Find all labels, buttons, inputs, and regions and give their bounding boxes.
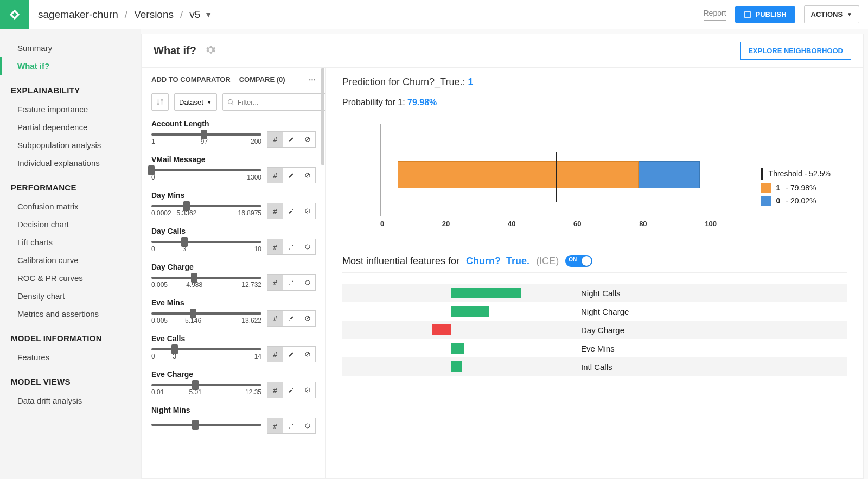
pencil-icon (288, 351, 295, 357)
edit-button[interactable] (283, 418, 299, 434)
feature-panel: ADD TO COMPARATOR COMPARE (0) ⋯ Dataset (142, 68, 326, 478)
edit-button[interactable] (283, 167, 299, 183)
sidebar-item-partial-dependence[interactable]: Partial dependence (0, 118, 141, 136)
reset-button[interactable] (299, 346, 316, 362)
null-icon (304, 315, 311, 322)
slider-min: 1 (151, 138, 155, 145)
numeric-mode-button[interactable]: # (267, 131, 283, 148)
sidebar-section-model-info: MODEL INFORMATION (0, 323, 141, 348)
sidebar-item-confusion[interactable]: Confusion matrix (0, 197, 141, 215)
sidebar-item-roc[interactable]: ROC & PR curves (0, 269, 141, 287)
breadcrumb-root[interactable]: sagemaker-churn (38, 9, 118, 21)
slider-min: 0 (151, 353, 155, 360)
sidebar-item-summary[interactable]: Summary (0, 39, 141, 57)
edit-button[interactable] (283, 239, 299, 255)
numeric-mode-button[interactable]: # (267, 167, 283, 183)
compare-button[interactable]: COMPARE (0) (239, 75, 285, 84)
chart-legend: Threshold - 52.5% 11 - 79.98% - 79.98% 0… (761, 168, 831, 209)
sort-icon (156, 98, 164, 106)
reset-button[interactable] (299, 203, 316, 219)
actions-button[interactable]: ACTIONS ▼ (804, 5, 859, 23)
feature-slider[interactable]: 0.005 5.146 13.622 (151, 312, 261, 324)
numeric-mode-button[interactable]: # (267, 382, 283, 398)
pencil-icon (288, 315, 295, 322)
filter-input-wrap[interactable] (222, 93, 326, 111)
slider-value: 5.01 (189, 388, 202, 396)
app-logo[interactable] (0, 0, 29, 29)
report-link[interactable]: Report (704, 9, 726, 21)
more-menu-icon[interactable]: ⋯ (309, 75, 316, 84)
numeric-mode-button[interactable]: # (267, 203, 283, 219)
sidebar-item-feature-importance[interactable]: Feature importance (0, 100, 141, 118)
influential-chart: Night Calls Night Charge Day Charge Eve … (342, 284, 847, 376)
sidebar-item-drift[interactable]: Data drift analysis (0, 392, 141, 410)
sidebar-item-calibration[interactable]: Calibration curve (0, 251, 141, 269)
feature-slider[interactable]: 0.01 5.01 12.35 (151, 384, 261, 396)
chevron-down-icon: ▼ (207, 99, 212, 105)
feature-name: Night Mins (151, 406, 316, 414)
feature-slider[interactable]: 0.0002 5.3362 16.8975 (151, 205, 261, 217)
sidebar-item-subpopulation[interactable]: Subpopulation analysis (0, 136, 141, 154)
reset-button[interactable] (299, 239, 316, 255)
numeric-mode-button[interactable]: # (267, 239, 283, 255)
publish-button[interactable]: PUBLISH (735, 6, 795, 23)
threshold-line (556, 152, 557, 202)
feature-slider[interactable]: 0 3 14 (151, 348, 261, 360)
chevron-down-icon[interactable]: ▼ (205, 10, 212, 19)
filter-input[interactable] (238, 98, 326, 106)
feature-slider[interactable] (151, 424, 261, 428)
influential-row: Night Charge (342, 302, 847, 321)
null-icon (304, 351, 311, 357)
probability-title: Probability for 1: 79.98% (342, 98, 847, 113)
null-icon (304, 136, 311, 143)
influential-bar (432, 324, 451, 335)
edit-button[interactable] (283, 346, 299, 362)
dataset-select[interactable]: Dataset ▼ (174, 93, 217, 111)
slider-min: 0.0002 (151, 209, 171, 217)
influential-row: Eve Mins (342, 339, 847, 357)
numeric-mode-button[interactable]: # (267, 274, 283, 291)
edit-button[interactable] (283, 382, 299, 398)
sort-button[interactable] (151, 93, 169, 111)
influential-row: Day Charge (342, 321, 847, 339)
sidebar-item-decision[interactable]: Decision chart (0, 215, 141, 233)
reset-button[interactable] (299, 167, 316, 183)
gear-icon[interactable] (205, 44, 216, 57)
ice-toggle[interactable]: ON (565, 255, 592, 267)
reset-button[interactable] (299, 131, 316, 148)
sidebar-item-density[interactable]: Density chart (0, 287, 141, 305)
scrollbar[interactable] (321, 68, 324, 165)
numeric-mode-button[interactable]: # (267, 346, 283, 362)
sidebar-item-features[interactable]: Features (0, 348, 141, 366)
sidebar-item-metrics[interactable]: Metrics and assertions (0, 305, 141, 323)
null-icon (304, 387, 311, 393)
slider-max: 14 (254, 353, 261, 360)
reset-button[interactable] (299, 382, 316, 398)
reset-button[interactable] (299, 274, 316, 291)
pencil-icon (288, 244, 295, 250)
explore-neighborhood-button[interactable]: EXPLORE NEIGHBORHOOD (740, 42, 851, 60)
edit-button[interactable] (283, 274, 299, 291)
edit-button[interactable] (283, 203, 299, 219)
feature-slider[interactable]: 0.005 4.988 12.732 (151, 277, 261, 289)
feature-slider[interactable]: 0 1300 (151, 169, 261, 181)
add-to-comparator-button[interactable]: ADD TO COMPARATOR (151, 75, 231, 84)
breadcrumb-versions[interactable]: Versions (134, 9, 174, 21)
sidebar-item-individual[interactable]: Individual explanations (0, 154, 141, 172)
search-icon (227, 99, 234, 106)
numeric-mode-button[interactable]: # (267, 418, 283, 434)
feature-slider[interactable]: 0 3 10 (151, 241, 261, 253)
sidebar-item-lift[interactable]: Lift charts (0, 233, 141, 251)
sidebar-item-what-if[interactable]: What if? (0, 57, 141, 75)
breadcrumb-version[interactable]: v5 (189, 9, 200, 21)
influential-bar (451, 306, 489, 317)
edit-button[interactable] (283, 131, 299, 148)
reset-button[interactable] (299, 418, 316, 434)
feature-slider[interactable]: 1 97 200 (151, 133, 261, 145)
bar-class-0 (639, 161, 700, 189)
influential-bar (451, 361, 462, 372)
numeric-mode-button[interactable]: # (267, 310, 283, 327)
null-icon (304, 244, 311, 250)
edit-button[interactable] (283, 310, 299, 327)
reset-button[interactable] (299, 310, 316, 327)
